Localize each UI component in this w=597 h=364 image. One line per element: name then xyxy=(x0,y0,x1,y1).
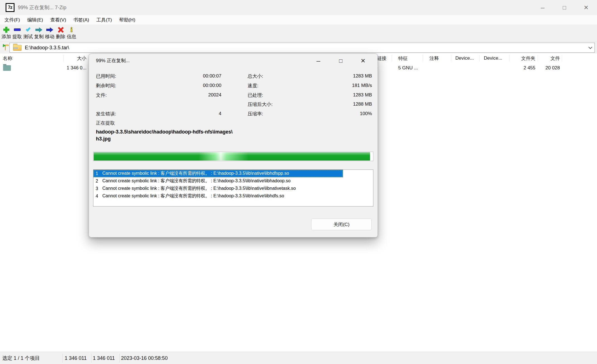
folder-icon xyxy=(3,65,11,71)
close-dialog-button[interactable]: 关闭(C) xyxy=(311,219,372,230)
elapsed-time-label: 已用时间: xyxy=(96,73,116,79)
move-button[interactable]: 移动 xyxy=(44,25,55,42)
delete-button[interactable]: 删除 xyxy=(55,25,66,42)
menu-view[interactable]: 查看(V) xyxy=(47,15,70,25)
dialog-minimize-icon[interactable] xyxy=(307,54,330,67)
menu-edit[interactable]: 编辑(E) xyxy=(24,15,47,25)
chevron-down-icon[interactable] xyxy=(588,45,592,49)
total-size-value: 1283 MB xyxy=(325,73,372,79)
status-bar: 选定 1 / 1 个项目 1 346 011 1 346 011 2023-03… xyxy=(0,352,597,364)
7zip-logo-icon: 7z xyxy=(6,3,14,12)
error-row[interactable]: 1 Cannot create symbolic link : 客户端没有所需的… xyxy=(93,170,373,177)
dialog-close-icon[interactable] xyxy=(352,54,374,67)
copy-progress-dialog: 99% 正在复制... 已用时间: 00:00:07 剩余时间: 00:00:0… xyxy=(89,54,378,237)
status-size: 1 346 011 xyxy=(65,352,87,364)
packed-size-value: 1288 MB xyxy=(325,101,372,108)
files-count-value: 20024 xyxy=(180,92,221,98)
extract-button[interactable]: 提取 xyxy=(12,25,23,42)
add-plus-icon xyxy=(3,26,9,33)
column-header-characteristics[interactable]: 特征 xyxy=(398,54,408,63)
dialog-maximize-icon[interactable] xyxy=(330,54,352,67)
folder-up-icon xyxy=(5,46,6,50)
menu-tools[interactable]: 工具(T) xyxy=(93,15,116,25)
column-header-size[interactable]: 大小 xyxy=(59,54,86,63)
error-row[interactable]: 4 Cannot create symbolic link : 客户端没有所需的… xyxy=(93,192,373,200)
status-selection: 选定 1 / 1 个项目 xyxy=(2,352,40,364)
menu-help[interactable]: 帮助(H) xyxy=(115,15,139,25)
move-arrow-icon xyxy=(46,26,54,33)
dialog-window-controls xyxy=(307,54,374,67)
files-count-label: 文件: xyxy=(96,92,107,98)
error-list: 1 Cannot create symbolic link : 客户端没有所需的… xyxy=(93,169,373,207)
current-file-path: hadoop-3.3.5\share\doc\hadoop\hadoop-hdf… xyxy=(96,128,274,142)
error-row[interactable]: 2 Cannot create symbolic link : 客户端没有所需的… xyxy=(93,177,373,185)
extracting-label: 正在提取 xyxy=(96,120,115,126)
archive-folder-icon xyxy=(13,45,21,51)
address-path: E:\hadoop-3.3.5.tar\ xyxy=(25,45,69,51)
row-files: 20 028 xyxy=(527,64,560,72)
toolbar: 添加 提取 测试 复制 移动 删除 信息 xyxy=(0,25,597,42)
total-size-label: 总大小: xyxy=(248,73,263,79)
column-header-device-minor[interactable]: Device... xyxy=(484,54,502,63)
address-combobox[interactable]: E:\hadoop-3.3.5.tar\ xyxy=(9,43,595,53)
window-controls xyxy=(532,0,597,15)
copy-button[interactable]: 复制 xyxy=(33,25,44,42)
info-button[interactable]: 信息 xyxy=(66,25,77,42)
errors-count-value: 4 xyxy=(180,110,221,117)
ratio-value: 100% xyxy=(325,110,372,117)
row-size: 1 346 0... xyxy=(50,64,86,72)
extract-minus-icon xyxy=(14,26,21,33)
status-packed-size: 1 346 011 xyxy=(93,352,115,364)
maximize-icon[interactable] xyxy=(554,0,575,15)
processed-label: 已处理: xyxy=(248,92,263,98)
close-icon[interactable] xyxy=(575,0,597,15)
speed-value: 181 MB/s xyxy=(325,82,372,89)
copy-arrow-icon xyxy=(35,26,43,33)
test-check-icon xyxy=(26,26,30,33)
progress-bar xyxy=(93,152,373,161)
packed-size-label: 压缩后大小: xyxy=(248,101,273,108)
status-modified-date: 2023-03-16 00:58:50 xyxy=(121,352,168,364)
error-row[interactable]: 3 Cannot create symbolic link : 客户端没有所需的… xyxy=(93,185,373,192)
dialog-title: 99% 正在复制... xyxy=(96,54,130,67)
column-header-link[interactable]: 链接 xyxy=(377,54,386,63)
column-header-comment[interactable]: 注释 xyxy=(429,54,439,63)
ratio-label: 压缩率: xyxy=(248,110,263,117)
row-characteristics: 5 GNU ... xyxy=(398,64,418,72)
menu-file[interactable]: 文件(F) xyxy=(1,15,24,25)
remaining-time-value: 00:00:00 xyxy=(180,82,221,89)
window-title: 99% 正在复制... 7-Zip xyxy=(18,0,66,15)
menu-bookmarks[interactable]: 书签(A) xyxy=(70,15,93,25)
up-one-level-button[interactable] xyxy=(1,44,9,52)
elapsed-time-value: 00:00:07 xyxy=(180,73,221,79)
address-bar: E:\hadoop-3.3.5.tar\ xyxy=(0,42,597,54)
info-icon xyxy=(71,26,72,33)
column-header-device-major[interactable]: Device... xyxy=(455,54,474,63)
7zip-window: 7z 99% 正在复制... 7-Zip 文件(F) 编辑(E) 查看(V) 书… xyxy=(0,0,597,364)
speed-label: 速度: xyxy=(248,82,258,89)
menu-bar: 文件(F) 编辑(E) 查看(V) 书签(A) 工具(T) 帮助(H) xyxy=(0,15,597,25)
minimize-icon[interactable] xyxy=(532,0,554,15)
column-header-files[interactable]: 文件 xyxy=(527,54,560,63)
test-button[interactable]: 测试 xyxy=(23,25,33,42)
remaining-time-label: 剩余时间: xyxy=(96,82,116,89)
errors-count-label: 发生错误: xyxy=(96,110,116,117)
add-button[interactable]: 添加 xyxy=(1,25,12,42)
progress-fill xyxy=(94,152,370,161)
title-bar: 7z 99% 正在复制... 7-Zip xyxy=(0,0,597,15)
column-header-name[interactable]: 名称 xyxy=(3,54,12,63)
delete-x-icon xyxy=(58,26,64,33)
processed-value: 1283 MB xyxy=(325,92,372,98)
